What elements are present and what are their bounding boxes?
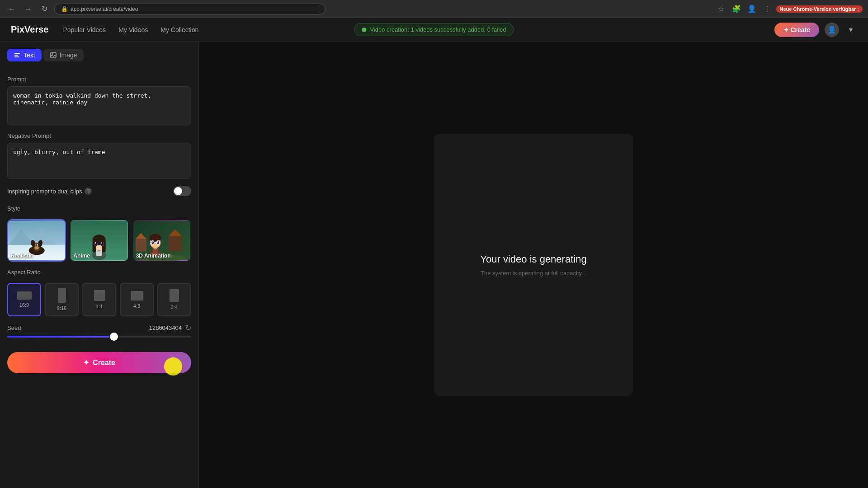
nav-my-collection[interactable]: My Collection	[160, 26, 198, 33]
aspect-16-9[interactable]: 16:9	[7, 283, 41, 316]
header-right: ✦ Create 👤 ▾	[774, 23, 857, 37]
seed-row: Seed 1286043404 ↻	[7, 324, 191, 332]
style-realistic-label: Realistic	[11, 253, 33, 259]
svg-point-42	[150, 234, 161, 241]
chrome-update-badge[interactable]: Neue Chrome-Version verfügbar :	[776, 5, 863, 13]
svg-rect-26	[102, 240, 106, 252]
negative-prompt-label: Negative Prompt	[7, 132, 191, 139]
bookmark-icon[interactable]: ☆	[715, 3, 727, 15]
tab-image[interactable]: Image	[43, 49, 84, 61]
aspect-ratio-grid: 16:9 9:16 1:1 4:3 3:4	[7, 283, 191, 316]
left-panel: Text Image Prompt woman in tokio walkind…	[0, 42, 199, 488]
create-button-label: Create	[93, 359, 115, 367]
svg-rect-34	[168, 236, 181, 251]
user-avatar-button[interactable]: 👤	[825, 23, 839, 37]
browser-actions: ☆ 🧩 👤 ⋮ Neue Chrome-Version verfügbar :	[715, 3, 863, 15]
aspect-9-16-shape	[58, 288, 66, 303]
app-logo: PixVerse	[11, 24, 48, 35]
seed-value: 1286043404	[149, 324, 182, 331]
text-tab-icon	[14, 52, 21, 59]
aspect-16-9-label: 16:9	[19, 302, 29, 308]
cursor-indicator	[164, 357, 182, 375]
svg-rect-3	[51, 52, 56, 58]
prompt-label: Prompt	[7, 76, 191, 83]
tab-switcher: Text Image	[7, 49, 191, 61]
aspect-4-3[interactable]: 4:3	[120, 283, 154, 316]
seed-label: Seed	[7, 324, 21, 331]
toggle-label: Inspiring prompt to dual clips ?	[7, 188, 92, 195]
nav-back-button[interactable]: ←	[5, 3, 18, 15]
seed-slider[interactable]	[7, 336, 191, 338]
svg-rect-25	[93, 240, 96, 252]
aspect-ratio-label: Aspect Ratio	[7, 269, 191, 276]
style-3d-label: 3D Animation	[136, 253, 171, 259]
style-card-3d[interactable]: 3D Animation	[132, 219, 191, 262]
aspect-1-1-shape	[94, 290, 105, 301]
url-text: app.pixverse.ai/create/video	[71, 6, 138, 12]
nav-my-videos[interactable]: My Videos	[118, 26, 148, 33]
svg-point-32	[101, 242, 102, 244]
success-message-text: Video creation: 1 videos successfully ad…	[370, 26, 506, 33]
app-header: PixVerse Popular Videos My Videos My Col…	[0, 18, 868, 42]
negative-prompt-input[interactable]: ugly, blurry, out of frame	[7, 143, 191, 179]
header-create-button[interactable]: ✦ Create	[774, 23, 819, 37]
prompt-input[interactable]: woman in tokio walkind down the strret, …	[7, 86, 191, 125]
tab-text[interactable]: Text	[7, 49, 42, 61]
style-grid: Realistic	[7, 219, 191, 262]
info-icon[interactable]: ?	[85, 188, 92, 195]
generating-subtitle: The system is operating at full capacity…	[481, 270, 586, 277]
svg-point-48	[157, 241, 158, 243]
toggle-label-text: Inspiring prompt to dual clips	[7, 188, 82, 195]
nav-popular-videos[interactable]: Popular Videos	[63, 26, 106, 33]
svg-rect-36	[136, 239, 146, 251]
aspect-9-16-label: 9:16	[57, 305, 66, 311]
tab-text-label: Text	[24, 52, 35, 59]
toggle-knob	[174, 187, 182, 195]
success-notification: Video creation: 1 videos successfully ad…	[354, 23, 514, 36]
success-dot-icon	[362, 28, 366, 32]
nav-forward-button[interactable]: →	[22, 3, 34, 15]
nav-links: Popular Videos My Videos My Collection	[63, 26, 198, 33]
create-button[interactable]: ✦ Create	[7, 352, 191, 373]
aspect-16-9-shape	[17, 291, 32, 300]
aspect-1-1[interactable]: 1:1	[82, 283, 116, 316]
svg-point-31	[95, 242, 96, 244]
toggle-row: Inspiring prompt to dual clips ?	[7, 186, 191, 196]
tab-image-label: Image	[60, 52, 77, 59]
toggle-switch[interactable]	[173, 186, 191, 196]
aspect-3-4[interactable]: 3:4	[157, 283, 191, 316]
style-card-anime[interactable]: Anime	[70, 219, 128, 262]
svg-point-47	[151, 241, 152, 243]
browser-chrome: ← → ↻ 🔒 app.pixverse.ai/create/video ☆ 🧩…	[0, 0, 868, 18]
style-anime-label: Anime	[73, 253, 90, 259]
aspect-9-16[interactable]: 9:16	[45, 283, 79, 316]
aspect-3-4-label: 3:4	[171, 305, 178, 310]
image-tab-icon	[50, 52, 57, 59]
svg-point-4	[52, 53, 53, 55]
menu-dots-icon[interactable]: ⋮	[761, 3, 774, 15]
svg-point-18	[34, 246, 39, 250]
url-bar[interactable]: 🔒 app.pixverse.ai/create/video	[54, 4, 326, 14]
url-lock-icon: 🔒	[61, 6, 68, 12]
profile-icon[interactable]: 👤	[745, 3, 758, 15]
extension-icon[interactable]: 🧩	[730, 3, 743, 15]
main-content: Text Image Prompt woman in tokio walkind…	[0, 42, 868, 488]
svg-rect-1	[14, 55, 18, 56]
slider-fill	[7, 336, 114, 338]
nav-refresh-button[interactable]: ↻	[38, 3, 51, 15]
create-button-icon: ✦	[83, 358, 89, 367]
aspect-4-3-label: 4:3	[133, 303, 140, 309]
seed-value-row: 1286043404 ↻	[149, 324, 191, 332]
video-container: Your video is generating The system is o…	[434, 134, 633, 396]
right-panel: Your video is generating The system is o…	[199, 42, 868, 488]
style-label: Style	[7, 205, 191, 212]
seed-refresh-icon[interactable]: ↻	[185, 324, 191, 332]
header-dropdown-icon[interactable]: ▾	[844, 23, 857, 36]
svg-rect-2	[14, 56, 19, 57]
aspect-3-4-shape	[170, 289, 179, 302]
svg-rect-0	[14, 53, 20, 54]
generating-title: Your video is generating	[480, 253, 586, 265]
aspect-1-1-label: 1:1	[96, 304, 103, 309]
style-card-realistic[interactable]: Realistic	[7, 219, 66, 262]
slider-thumb[interactable]	[110, 333, 118, 341]
